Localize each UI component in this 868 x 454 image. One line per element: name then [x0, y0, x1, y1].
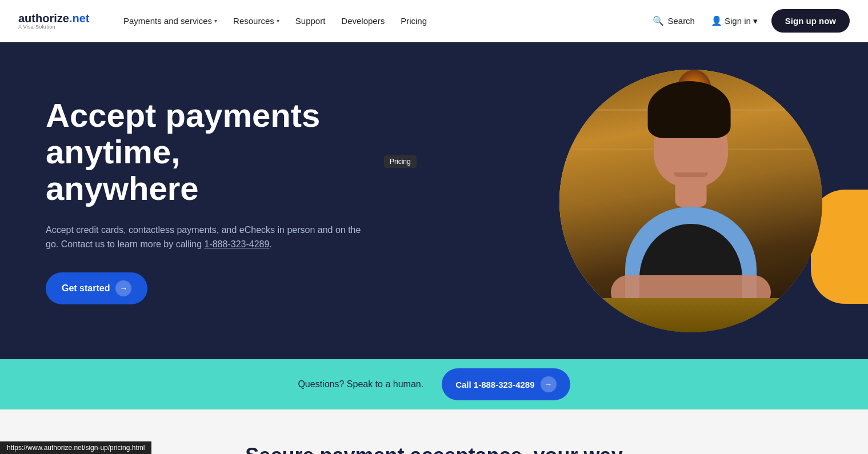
hero-image: [559, 70, 822, 332]
hero-content: Accept payments anytime, anywhere Accept…: [46, 97, 434, 304]
status-url: https://www.authorize.net/sign-up/pricin…: [7, 444, 145, 452]
nav-payments[interactable]: Payments and services ▾: [117, 11, 224, 30]
nav-support[interactable]: Support: [289, 11, 333, 30]
hero-image-inner: [559, 70, 822, 332]
nav-support-label: Support: [295, 16, 326, 26]
brand-logo[interactable]: authorize.net A Visa Solution: [18, 13, 98, 30]
nav-resources[interactable]: Resources ▾: [226, 11, 286, 30]
nav-pricing[interactable]: Pricing: [394, 11, 434, 30]
nav-pricing-label: Pricing: [401, 16, 427, 26]
hero-description: Accept credit cards, contactless payment…: [46, 223, 366, 252]
search-button[interactable]: 🔍 Search: [650, 11, 697, 31]
call-button[interactable]: Call 1-888-323-4289 →: [442, 368, 570, 400]
nav-developers-label: Developers: [341, 16, 385, 26]
nav-links: Payments and services ▾ Resources ▾ Supp…: [117, 11, 650, 30]
hero-section: Accept payments anytime, anywhere Accept…: [0, 42, 868, 359]
get-started-label: Get started: [62, 283, 110, 294]
search-label: Search: [667, 16, 695, 26]
hero-phone-link[interactable]: 1-888-323-4289: [204, 239, 269, 249]
status-bar: https://www.authorize.net/sign-up/pricin…: [0, 441, 151, 454]
nav-payments-label: Payments and services: [123, 16, 212, 26]
hero-desc-end: .: [269, 239, 271, 249]
navbar: authorize.net A Visa Solution Payments a…: [0, 0, 868, 42]
person-icon: 👤: [711, 15, 722, 26]
search-icon: 🔍: [653, 15, 664, 26]
nav-developers[interactable]: Developers: [334, 11, 391, 30]
call-banner: Questions? Speak to a human. Call 1-888-…: [0, 359, 868, 409]
nav-right: 🔍 Search 👤 Sign in ▾ Sign up now: [650, 9, 850, 33]
logo-text-part1: authorize: [18, 12, 69, 25]
secure-title: Secure payment acceptance, your way: [46, 444, 822, 454]
arrow-icon: →: [115, 280, 131, 296]
hero-title: Accept payments anytime, anywhere: [46, 97, 434, 206]
call-label: Call 1-888-323-4289: [455, 380, 534, 389]
chevron-down-icon: ▾: [277, 18, 279, 24]
nav-resources-label: Resources: [233, 16, 274, 26]
hero-desc-text: Accept credit cards, contactless payment…: [46, 225, 361, 250]
sign-up-button[interactable]: Sign up now: [771, 9, 850, 33]
hero-title-line2: anywhere: [46, 170, 199, 207]
get-started-button[interactable]: Get started →: [46, 272, 147, 304]
call-question-text: Questions? Speak to a human.: [298, 379, 423, 389]
logo-text-part2: net: [72, 12, 89, 25]
logo-tagline: A Visa Solution: [18, 25, 98, 30]
chevron-down-icon: ▾: [214, 18, 217, 24]
sign-in-button[interactable]: 👤 Sign in ▾: [709, 11, 760, 31]
arrow-icon: →: [541, 376, 557, 392]
hero-title-line1: Accept payments anytime,: [46, 97, 320, 170]
sign-in-label: Sign in: [725, 16, 751, 26]
chevron-down-icon: ▾: [753, 16, 758, 26]
